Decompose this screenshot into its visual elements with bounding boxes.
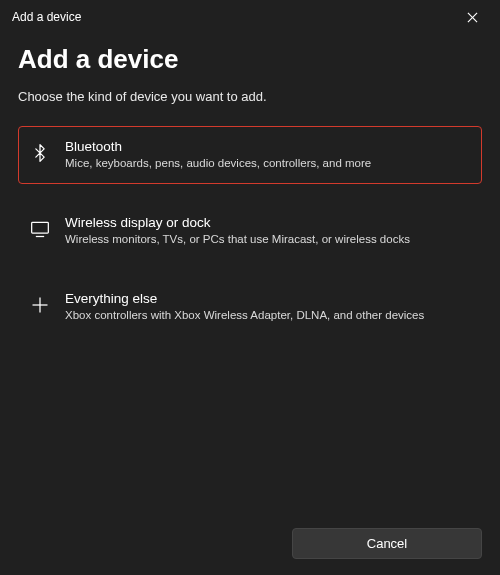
option-everything-else[interactable]: Everything else Xbox controllers with Xb… [18, 278, 482, 336]
option-bluetooth-title: Bluetooth [65, 139, 471, 154]
page-title: Add a device [18, 44, 482, 75]
dialog-content: Add a device Choose the kind of device y… [0, 34, 500, 514]
option-wireless-text: Wireless display or dock Wireless monito… [65, 215, 471, 247]
window-title: Add a device [12, 10, 81, 24]
option-bluetooth-desc: Mice, keyboards, pens, audio devices, co… [65, 156, 471, 171]
option-other-text: Everything else Xbox controllers with Xb… [65, 291, 471, 323]
monitor-icon [29, 218, 51, 240]
option-wireless-title: Wireless display or dock [65, 215, 471, 230]
plus-icon [29, 294, 51, 316]
option-wireless-desc: Wireless monitors, TVs, or PCs that use … [65, 232, 471, 247]
close-button[interactable] [456, 5, 488, 29]
option-wireless-display[interactable]: Wireless display or dock Wireless monito… [18, 202, 482, 260]
titlebar: Add a device [0, 0, 500, 34]
dialog-footer: Cancel [0, 514, 500, 575]
option-other-title: Everything else [65, 291, 471, 306]
close-icon [467, 12, 478, 23]
page-subtitle: Choose the kind of device you want to ad… [18, 89, 482, 104]
option-bluetooth[interactable]: Bluetooth Mice, keyboards, pens, audio d… [18, 126, 482, 184]
svg-rect-2 [32, 222, 49, 233]
option-other-desc: Xbox controllers with Xbox Wireless Adap… [65, 308, 471, 323]
bluetooth-icon [29, 142, 51, 164]
cancel-button[interactable]: Cancel [292, 528, 482, 559]
option-bluetooth-text: Bluetooth Mice, keyboards, pens, audio d… [65, 139, 471, 171]
